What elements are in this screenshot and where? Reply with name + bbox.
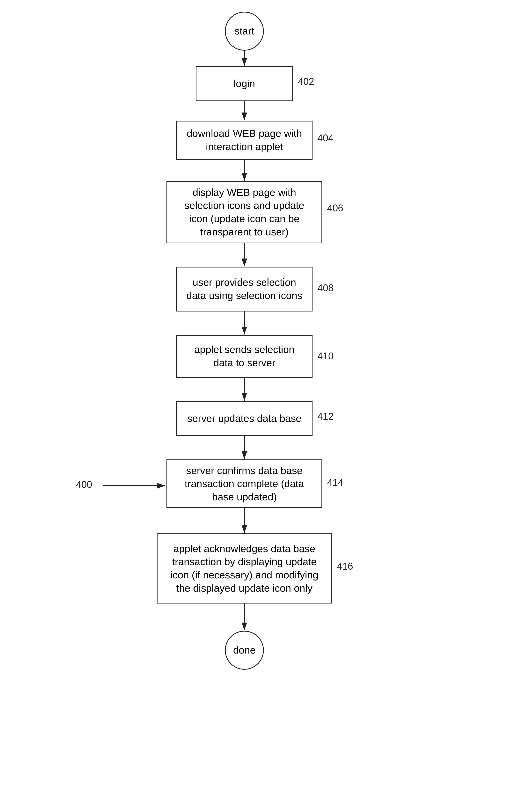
node-406: display WEB page with selection icons an… — [167, 181, 322, 243]
node-408-label: user provides selection data using selec… — [185, 276, 304, 302]
node-404-label: download WEB page with interaction apple… — [185, 127, 304, 153]
node-done-label: done — [233, 644, 256, 657]
node-412-label: server updates data base — [187, 412, 302, 425]
node-416-label: applet acknowledges data base transactio… — [165, 542, 324, 595]
node-start: start — [225, 12, 264, 51]
node-414-label: server confirms data base transaction co… — [175, 464, 314, 504]
node-406-label: display WEB page with selection icons an… — [175, 186, 314, 238]
ref-410: 410 — [318, 350, 334, 362]
node-start-label: start — [235, 25, 254, 38]
node-402: login — [196, 66, 293, 101]
ref-416: 416 — [337, 561, 353, 572]
figure-label: 400 — [76, 479, 92, 490]
node-416: applet acknowledges data base transactio… — [157, 533, 332, 603]
ref-408: 408 — [318, 282, 334, 294]
node-410-label: applet sends selection data to server — [185, 343, 304, 369]
ref-402: 402 — [298, 76, 314, 87]
ref-412: 412 — [318, 411, 334, 422]
ref-406: 406 — [327, 202, 343, 214]
node-402-label: login — [234, 77, 255, 90]
node-408: user provides selection data using selec… — [176, 267, 312, 312]
node-414: server confirms data base transaction co… — [167, 459, 322, 508]
node-410: applet sends selection data to server — [176, 335, 312, 378]
node-412: server updates data base — [176, 401, 312, 436]
diagram-container: start login 402 download WEB page with i… — [0, 0, 508, 812]
ref-414: 414 — [327, 477, 343, 488]
ref-404: 404 — [318, 132, 334, 144]
node-done: done — [225, 631, 264, 670]
node-404: download WEB page with interaction apple… — [176, 121, 312, 160]
